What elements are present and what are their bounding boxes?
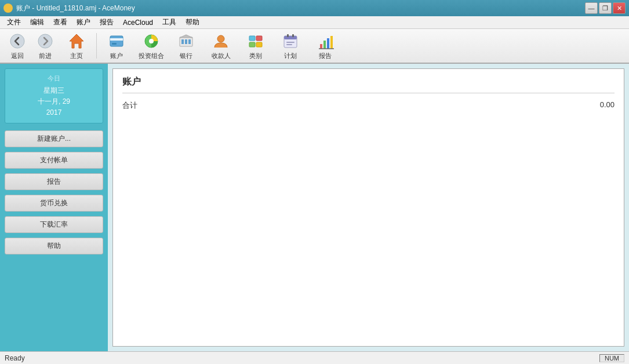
accounts-label: 账户: [110, 52, 123, 60]
reports-button[interactable]: 报告: [309, 31, 341, 61]
home-label: 主页: [70, 52, 83, 60]
pay-bill-button[interactable]: 支付帐单: [5, 152, 103, 169]
bank-label: 银行: [180, 52, 192, 60]
svg-point-0: [10, 34, 24, 48]
svg-marker-12: [180, 35, 192, 38]
title-left: 账户 - Untitled_11810.amj - AceMoney: [3, 3, 135, 13]
svg-rect-4: [110, 38, 123, 41]
svg-marker-2: [70, 34, 83, 48]
portfolio-icon: [142, 32, 161, 50]
content-inner: 账户 合计 0.00: [112, 68, 624, 347]
menu-item-查看[interactable]: 查看: [49, 16, 72, 28]
window-title: 账户 - Untitled_11810.amj - AceMoney: [16, 3, 135, 13]
main-area: 今日 星期三 十一月, 29 2017 新建账户... 支付帐单 报告 货币兑换…: [0, 64, 629, 351]
svg-rect-3: [110, 36, 123, 46]
sidebar: 今日 星期三 十一月, 29 2017 新建账户... 支付帐单 报告 货币兑换…: [0, 64, 108, 351]
toolbar-separator: [96, 33, 97, 59]
svg-rect-11: [188, 39, 191, 44]
menu-item-工具[interactable]: 工具: [158, 16, 181, 28]
total-row: 合计 0.00: [122, 98, 615, 113]
svg-rect-10: [185, 39, 187, 44]
back-label: 返回: [11, 52, 24, 60]
menu-bar: 文件编辑查看账户报告AceCloud工具帮助: [0, 16, 629, 29]
num-indicator: NUM: [599, 354, 624, 362]
status-bar: Ready NUM: [0, 351, 629, 364]
download-rate-button[interactable]: 下载汇率: [5, 216, 103, 233]
reports-icon: [316, 32, 335, 50]
back-button[interactable]: 返回: [5, 31, 30, 61]
category-icon: [246, 32, 265, 50]
title-bar: 账户 - Untitled_11810.amj - AceMoney — ❐ ✕: [0, 0, 629, 16]
new-account-button[interactable]: 新建账户...: [5, 130, 103, 147]
date-month: 十一月, 29: [8, 96, 100, 107]
svg-rect-23: [292, 34, 294, 37]
menu-item-账户[interactable]: 账户: [72, 16, 95, 28]
svg-rect-25: [323, 41, 326, 49]
menu-item-AceCloud[interactable]: AceCloud: [118, 17, 158, 28]
payee-button[interactable]: 收款人: [205, 31, 237, 61]
date-weekday: 星期三: [8, 85, 100, 96]
svg-rect-17: [256, 42, 262, 47]
svg-rect-24: [320, 44, 322, 49]
schedule-button[interactable]: 计划: [274, 31, 307, 61]
svg-rect-27: [330, 36, 333, 49]
svg-point-1: [38, 34, 52, 48]
portfolio-label: 投资组合: [139, 52, 164, 60]
svg-rect-15: [256, 36, 262, 41]
app-icon: [3, 3, 13, 13]
report-button[interactable]: 报告: [5, 173, 103, 190]
svg-rect-5: [112, 43, 117, 45]
svg-rect-20: [286, 42, 294, 43]
forward-label: 前进: [39, 52, 52, 60]
svg-rect-19: [284, 36, 297, 39]
svg-rect-21: [286, 44, 292, 45]
accounts-icon: [107, 32, 126, 50]
svg-rect-22: [287, 34, 289, 37]
currency-exchange-button[interactable]: 货币兑换: [5, 195, 103, 212]
menu-item-编辑[interactable]: 编辑: [26, 16, 49, 28]
category-label: 类别: [249, 52, 262, 60]
svg-rect-14: [249, 36, 255, 41]
minimize-button[interactable]: —: [585, 2, 598, 14]
forward-button[interactable]: 前进: [32, 31, 58, 61]
svg-rect-26: [327, 38, 329, 49]
total-label: 合计: [122, 100, 137, 111]
help-button[interactable]: 帮助: [5, 238, 103, 254]
home-icon: [67, 32, 86, 50]
status-right: NUM: [599, 354, 624, 362]
title-buttons: — ❐ ✕: [585, 2, 626, 14]
forward-icon: [36, 32, 54, 50]
ready-status: Ready: [5, 354, 25, 362]
schedule-label: 计划: [284, 52, 297, 60]
reports-label: 报告: [319, 52, 332, 60]
svg-point-13: [217, 35, 224, 42]
portfolio-button[interactable]: 投资组合: [135, 31, 168, 61]
payee-icon: [212, 32, 230, 50]
category-button[interactable]: 类别: [239, 31, 272, 61]
svg-rect-16: [249, 42, 255, 47]
toolbar: 返回 前进 主页 账户: [0, 29, 629, 64]
restore-button[interactable]: ❐: [599, 2, 612, 14]
menu-item-文件[interactable]: 文件: [2, 16, 26, 28]
today-label: 今日: [8, 74, 100, 84]
content-title: 账户: [122, 76, 615, 93]
back-icon: [8, 32, 27, 50]
schedule-icon: [281, 32, 300, 50]
content-area: 账户 合计 0.00: [108, 64, 629, 351]
close-button[interactable]: ✕: [613, 2, 626, 14]
svg-rect-9: [181, 39, 184, 44]
svg-point-7: [149, 39, 154, 43]
menu-item-帮助[interactable]: 帮助: [181, 16, 204, 28]
home-button[interactable]: 主页: [60, 31, 93, 61]
date-year: 2017: [8, 107, 100, 118]
bank-button[interactable]: 银行: [170, 31, 202, 61]
total-value: 0.00: [600, 100, 615, 111]
menu-item-报告[interactable]: 报告: [95, 16, 118, 28]
date-box: 今日 星期三 十一月, 29 2017: [5, 68, 103, 123]
payee-label: 收款人: [212, 52, 231, 60]
accounts-button[interactable]: 账户: [100, 31, 133, 61]
bank-icon: [177, 32, 195, 50]
